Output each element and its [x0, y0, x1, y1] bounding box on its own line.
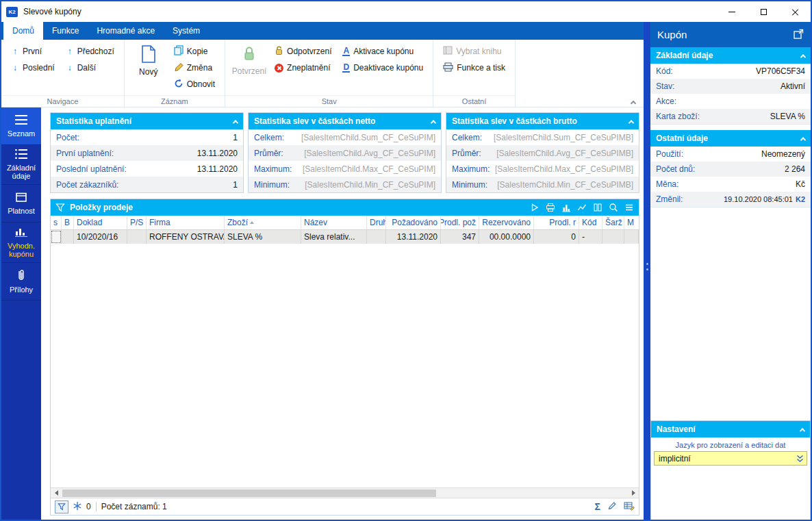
run-icon[interactable]	[530, 203, 540, 212]
stat-value: [SalesItemChild.Max_CF_CeSuPIMB]	[495, 164, 633, 174]
scrollbar-track[interactable]	[62, 488, 628, 498]
button-label: Vybrat knihu	[456, 47, 501, 56]
detail-row: Akce:	[650, 94, 811, 109]
detail-value: SLEVA %	[770, 112, 805, 121]
functions-print-button[interactable]: Funkce a tisk	[439, 60, 509, 76]
detail-value: Aktivní	[781, 81, 805, 91]
deactivate-coupon-button[interactable]: D Deaktivace kupónu	[338, 60, 427, 76]
select-book-button[interactable]: Vybrat knihu	[439, 43, 509, 60]
column-header-druh[interactable]: Druh	[367, 216, 386, 229]
sum-icon[interactable]: Σ	[595, 502, 600, 511]
details-list-icon	[15, 149, 27, 160]
edit-button[interactable]: Změna	[170, 60, 219, 76]
columns-icon[interactable]	[593, 203, 602, 212]
filter-toggle-button[interactable]	[55, 500, 68, 513]
grid-status-bar: 0 Počet záznamů: 1 Σ	[51, 498, 639, 515]
column-header-rezervovano[interactable]: Rezervováno	[479, 216, 534, 229]
edit-table-icon[interactable]	[624, 501, 635, 513]
sidebar-item-vyhodnoceni-kuponu[interactable]: Vyhodn. kupónu	[1, 223, 41, 263]
button-label: Odpotvrzení	[287, 47, 331, 56]
paperclip-icon	[16, 269, 26, 282]
column-header-m[interactable]: M	[624, 216, 639, 229]
detail-label: Změnil:	[656, 194, 683, 204]
collapse-panel-button[interactable]	[629, 116, 633, 126]
collapse-section-button[interactable]	[801, 134, 805, 143]
open-in-window-icon[interactable]	[794, 29, 804, 41]
language-select-label: Jazyk pro zobrazení a editaci dat	[651, 437, 810, 451]
column-header-s[interactable]: s	[51, 216, 62, 229]
pencil-icon	[174, 62, 183, 74]
column-header-doklad[interactable]: Doklad	[74, 216, 127, 229]
column-header-prodl-poz[interactable]: Prodl. pož	[441, 216, 479, 229]
column-header-pozadovano[interactable]: Požadováno	[386, 216, 441, 229]
ribbon-tab-bar: Domů Funkce Hromadné akce Systém	[1, 22, 644, 40]
tab-hromadne-akce[interactable]: Hromadné akce	[88, 22, 164, 40]
horizontal-scrollbar[interactable]	[51, 487, 639, 498]
stat-value: [SalesItemChild.Sum_CF_CeSuPIMB]	[494, 133, 633, 142]
tab-funkce[interactable]: Funkce	[43, 22, 88, 40]
menu-icon[interactable]	[624, 203, 634, 212]
collapse-panel-button[interactable]	[233, 116, 238, 126]
sidebar-item-zakladni-udaje[interactable]: Základní údaje	[1, 145, 41, 185]
column-header-prodl-r[interactable]: Prodl. r	[534, 216, 579, 229]
section-header: Ostatní údaje	[650, 130, 811, 147]
zoom-icon[interactable]	[609, 203, 618, 212]
invalidate-button[interactable]: Zneplatnění	[270, 60, 335, 76]
stat-row: Počet:1	[51, 129, 243, 145]
new-record-button[interactable]: Nový	[130, 43, 167, 77]
triangle-right-icon	[632, 490, 635, 496]
column-header-zbozi[interactable]: Zboží	[225, 216, 301, 229]
previous-record-button[interactable]: ↑ Předchozí	[62, 43, 118, 60]
language-select-value: implicitní	[659, 454, 691, 463]
scroll-right-button[interactable]	[628, 488, 639, 498]
next-record-button[interactable]: ↓ Další	[62, 60, 118, 76]
table-row[interactable]: 10/2020/16 ROFFENY OSTRAVA SLEVA % Sleva…	[51, 230, 639, 244]
column-header-b[interactable]: B	[62, 216, 74, 229]
detail-user-value: K2	[796, 195, 805, 203]
bar-chart-icon[interactable]	[561, 203, 571, 212]
section-header: Nastavení	[651, 421, 810, 437]
close-button[interactable]	[779, 1, 811, 22]
first-record-button[interactable]: ↑ První	[7, 43, 59, 60]
collapse-panel-button[interactable]	[431, 116, 435, 126]
column-header-ps[interactable]: P/S	[127, 216, 147, 229]
sidebar-item-seznam[interactable]: Seznam	[1, 107, 41, 145]
stat-label: První uplatnění:	[56, 149, 114, 158]
column-header-sarz[interactable]: Šarž	[602, 216, 624, 229]
sidebar-item-platnost[interactable]: Platnost	[1, 185, 41, 223]
refresh-button[interactable]: Obnovit	[170, 76, 219, 92]
stat-value: 13.11.2020	[197, 164, 238, 174]
edit-pencil-icon[interactable]	[607, 501, 617, 513]
column-header-firma[interactable]: Firma	[147, 216, 225, 229]
tab-system[interactable]: Systém	[164, 22, 209, 40]
panel-splitter[interactable]	[644, 22, 650, 520]
line-chart-icon[interactable]	[577, 203, 587, 212]
collapse-ribbon-button[interactable]	[631, 98, 637, 103]
filter-funnel-icon[interactable]	[55, 203, 65, 212]
detail-value: Kč	[796, 179, 805, 189]
maximize-button[interactable]	[748, 1, 779, 22]
copy-button[interactable]: Kopie	[170, 43, 219, 60]
frozen-records-icon[interactable]	[73, 502, 81, 512]
collapse-section-button[interactable]	[800, 424, 804, 434]
minimize-button[interactable]	[716, 1, 748, 22]
scrollbar-thumb[interactable]	[62, 490, 436, 497]
column-header-nazev[interactable]: Název	[301, 216, 367, 229]
tab-domu[interactable]: Domů	[3, 22, 43, 40]
last-record-button[interactable]: ↓ Poslední	[7, 60, 59, 76]
unconfirm-button[interactable]: Odpotvrzení	[270, 43, 335, 60]
collapse-section-button[interactable]	[801, 51, 805, 60]
scroll-left-button[interactable]	[51, 488, 62, 498]
window-controls	[716, 1, 811, 22]
print-icon[interactable]	[546, 203, 555, 212]
stat-row: Počet zákazníků:1	[51, 177, 243, 192]
detail-row: Změnil:19.10.2020 08:45:01K2	[650, 192, 811, 207]
grid-empty-area	[51, 244, 639, 487]
column-header-kod[interactable]: Kód	[579, 216, 602, 229]
unlock-icon	[275, 45, 283, 58]
language-select[interactable]: implicitní	[654, 451, 807, 466]
sidebar-item-prilohy[interactable]: Přílohy	[1, 263, 41, 301]
statistics-row: Statistika uplatnění Počet:1 První uplat…	[50, 112, 639, 193]
confirm-button[interactable]: Potvrzení	[231, 43, 268, 76]
activate-coupon-button[interactable]: A Aktivace kupónu	[338, 43, 427, 60]
